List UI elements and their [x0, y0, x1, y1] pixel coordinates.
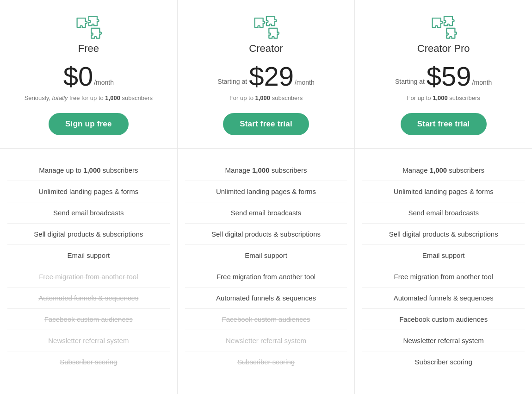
feature-item: Send email broadcasts [362, 202, 525, 224]
feature-item: Subscriber scoring [185, 351, 347, 372]
feature-item: Free migration from another tool [185, 266, 347, 288]
plan-features-creator-pro: Manage 1,000 subscribersUnlimited landin… [355, 149, 532, 394]
plan-features-free: Manage up to 1,000 subscribersUnlimited … [0, 149, 177, 394]
feature-item: Sell digital products & subscriptions [7, 224, 170, 245]
feature-item: Newsletter referral system [185, 330, 347, 351]
feature-item: Unlimited landing pages & forms [7, 181, 170, 202]
feature-item: Facebook custom audiences [7, 309, 170, 330]
plan-price-row: $0/month [63, 63, 114, 90]
plan-name: Creator [249, 43, 283, 55]
price-subtitle: For up to 1,000 subscribers [407, 94, 480, 103]
feature-item: Send email broadcasts [7, 202, 170, 224]
feature-item: Facebook custom audiences [185, 309, 347, 330]
pricing-table: Free$0/monthSeriously, totally free for … [0, 0, 532, 394]
starting-at-label: Starting at [395, 78, 425, 85]
feature-item: Email support [185, 245, 347, 266]
feature-item: Newsletter referral system [7, 330, 170, 351]
plan-header-creator-pro: Creator ProStarting at $59/monthFor up t… [355, 0, 532, 149]
puzzle-icon [74, 15, 103, 43]
price-period: /month [94, 79, 114, 86]
feature-item: Automated funnels & sequences [185, 288, 347, 309]
feature-item: Send email broadcasts [185, 202, 347, 224]
puzzle-icon [429, 15, 458, 43]
plan-name: Creator Pro [417, 43, 470, 55]
feature-item: Sell digital products & subscriptions [185, 224, 347, 245]
price-period: /month [472, 79, 492, 86]
price-amount: $59 [427, 63, 471, 90]
feature-item: Automated funnels & sequences [362, 288, 525, 309]
price-amount: $29 [249, 63, 294, 90]
plan-price-row: Starting at $29/month [217, 63, 314, 90]
feature-item: Manage up to 1,000 subscribers [7, 160, 170, 181]
feature-item: Facebook custom audiences [362, 309, 525, 330]
price-subtitle: Seriously, totally free for up to 1,000 … [25, 94, 153, 103]
plan-header-creator: CreatorStarting at $29/monthFor up to 1,… [178, 0, 355, 149]
cta-button-free[interactable]: Sign up free [49, 113, 129, 135]
feature-item: Subscriber scoring [7, 351, 170, 372]
price-subtitle: For up to 1,000 subscribers [229, 94, 303, 103]
feature-item: Unlimited landing pages & forms [185, 181, 347, 202]
feature-item: Email support [362, 245, 525, 266]
puzzle-icon [251, 15, 281, 43]
feature-item: Automated funnels & sequences [7, 288, 170, 309]
feature-item: Free migration from another tool [7, 266, 170, 288]
plan-price-row: Starting at $59/month [395, 63, 492, 90]
plan-col-free: Free$0/monthSeriously, totally free for … [0, 0, 178, 394]
feature-item: Manage 1,000 subscribers [185, 160, 347, 181]
price-amount: $0 [63, 63, 93, 90]
plan-col-creator-pro: Creator ProStarting at $59/monthFor up t… [355, 0, 532, 394]
cta-button-creator[interactable]: Start free trial [223, 113, 309, 135]
feature-item: Newsletter referral system [362, 330, 525, 351]
plan-features-creator: Manage 1,000 subscribersUnlimited landin… [178, 149, 355, 394]
starting-at-label: Starting at [217, 78, 247, 85]
feature-item: Unlimited landing pages & forms [362, 181, 525, 202]
price-period: /month [295, 79, 315, 86]
feature-item: Free migration from another tool [362, 266, 525, 288]
feature-item: Sell digital products & subscriptions [362, 224, 525, 245]
feature-item: Subscriber scoring [362, 351, 525, 372]
cta-button-creator-pro[interactable]: Start free trial [401, 113, 487, 135]
plan-header-free: Free$0/monthSeriously, totally free for … [0, 0, 177, 149]
plan-col-creator: CreatorStarting at $29/monthFor up to 1,… [178, 0, 355, 394]
feature-item: Email support [7, 245, 170, 266]
feature-item: Manage 1,000 subscribers [362, 160, 525, 181]
plan-name: Free [78, 43, 99, 55]
